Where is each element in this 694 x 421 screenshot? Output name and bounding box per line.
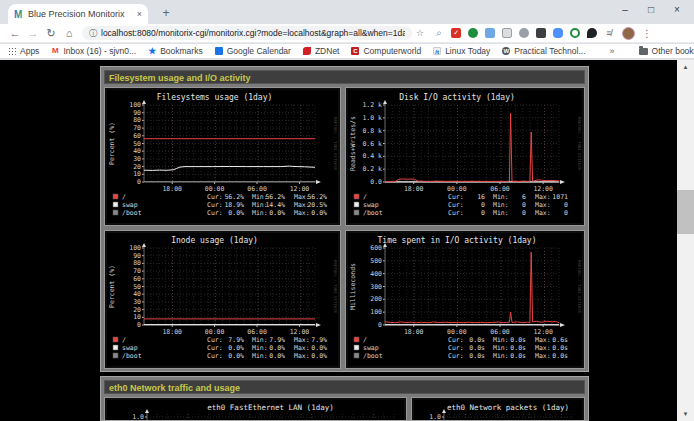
svg-text:60: 60 bbox=[133, 132, 141, 140]
svg-text:Cur:: Cur: bbox=[207, 352, 223, 360]
page-scrollbar[interactable]: ▲ ▼ bbox=[677, 60, 694, 421]
scroll-up-icon[interactable]: ▲ bbox=[677, 60, 694, 74]
svg-text:Cur:: Cur: bbox=[448, 193, 464, 201]
scrollbar-thumb[interactable] bbox=[677, 190, 694, 234]
svg-text:20: 20 bbox=[133, 306, 141, 314]
svg-text:RRDTOOL / TOBI OETIKER: RRDTOOL / TOBI OETIKER bbox=[577, 117, 582, 171]
svg-text:70: 70 bbox=[133, 267, 141, 275]
svg-text:0: 0 bbox=[481, 209, 485, 217]
screenshot-icon[interactable] bbox=[502, 28, 512, 38]
svg-text:0: 0 bbox=[564, 209, 568, 217]
graph-inode-usage[interactable]: Inode usage (1day)Percent (%)01020304050… bbox=[104, 230, 341, 369]
maximize-button[interactable]: □ bbox=[638, 1, 664, 19]
gmail-icon[interactable]: ✓ bbox=[451, 28, 461, 38]
svg-text:Max:: Max: bbox=[535, 201, 551, 209]
svg-text:/: / bbox=[122, 193, 126, 201]
search-icon[interactable]: ⌕ bbox=[434, 28, 444, 38]
svg-text:0.2 k: 0.2 k bbox=[362, 165, 382, 173]
graph-eth0-packets[interactable]: eth0 Network packets (1day)Packets/s1.0 bbox=[411, 397, 585, 421]
graph-eth0-lan[interactable]: eth0 FastEthernet LAN (1day)1.00.9 bbox=[104, 397, 407, 421]
svg-text:0: 0 bbox=[137, 321, 141, 329]
site-info-icon[interactable]: ⓘ bbox=[89, 28, 97, 39]
section-header-filesystem: Filesystem usage and I/O activity bbox=[104, 70, 585, 84]
new-tab-button[interactable]: + bbox=[158, 5, 174, 21]
svg-text:Reads+Writes/s: Reads+Writes/s bbox=[349, 116, 357, 171]
svg-text:0.0%: 0.0% bbox=[269, 344, 285, 352]
svg-text:Cur:: Cur: bbox=[448, 336, 464, 344]
browser-tab[interactable]: M Blue Precision Monitorix × bbox=[8, 4, 148, 24]
bookmark-zdnet[interactable]: ZDNet bbox=[303, 46, 340, 56]
back-icon[interactable]: ← bbox=[6, 27, 24, 39]
home-icon[interactable]: ⌂ bbox=[60, 27, 78, 39]
svg-text:06:00: 06:00 bbox=[490, 185, 510, 193]
forward-icon[interactable]: → bbox=[24, 27, 42, 39]
svg-text:00:00: 00:00 bbox=[205, 185, 225, 193]
bookmark-apps[interactable]: Apps bbox=[8, 46, 39, 56]
bookmark-bookmarks[interactable]: ★ Bookmarks bbox=[148, 46, 203, 56]
messenger-icon[interactable] bbox=[553, 28, 563, 38]
svg-text:1071: 1071 bbox=[552, 193, 568, 201]
scroll-down-icon[interactable]: ▼ bbox=[677, 407, 694, 421]
bookmarks-bar: Apps M Inbox (16) - sjvn0... ★ Bookmarks… bbox=[0, 44, 694, 59]
bookmark-computerworld[interactable]: C Computerworld bbox=[351, 46, 421, 56]
svg-text:80: 80 bbox=[133, 259, 141, 267]
window-icon[interactable] bbox=[536, 28, 546, 38]
svg-text:Max:: Max: bbox=[294, 344, 310, 352]
bookmark-inbox[interactable]: M Inbox (16) - sjvn0... bbox=[51, 46, 136, 56]
svg-text:7.9%: 7.9% bbox=[228, 336, 244, 344]
svg-text:12:00: 12:00 bbox=[533, 328, 553, 336]
pin-icon[interactable] bbox=[587, 28, 597, 38]
graph-filesystems-usage[interactable]: Filesystems usage (1day)Percent (%)01020… bbox=[104, 87, 341, 226]
svg-text:20: 20 bbox=[133, 163, 141, 171]
svg-text:Milliseconds: Milliseconds bbox=[349, 263, 357, 310]
menu-dots-icon[interactable]: ⋮ bbox=[642, 28, 652, 39]
svg-text:Min:: Min: bbox=[493, 201, 509, 209]
svg-text:RRDTOOL / TOBI OETIKER: RRDTOOL / TOBI OETIKER bbox=[333, 117, 338, 171]
graph-disk-io-activity[interactable]: Disk I/O activity (1day)Reads+Writes/s0.… bbox=[345, 87, 585, 226]
svg-text:600: 600 bbox=[370, 244, 382, 252]
svg-text:Cur:: Cur: bbox=[448, 201, 464, 209]
svg-text:Max:: Max: bbox=[535, 352, 551, 360]
svg-text:Min:: Min: bbox=[493, 193, 509, 201]
svg-text:/: / bbox=[122, 336, 126, 344]
svg-text:0: 0 bbox=[137, 178, 141, 186]
svg-text:/boot: /boot bbox=[363, 209, 383, 217]
folder-icon bbox=[639, 48, 648, 55]
bookmark-google-calendar[interactable]: Google Calendar bbox=[215, 46, 291, 56]
copy-icon[interactable] bbox=[485, 28, 495, 38]
svg-text:56.2%: 56.2% bbox=[265, 193, 285, 201]
svg-text:Min:: Min: bbox=[252, 352, 268, 360]
url-text[interactable]: localhost:8080/monitorix-cgi/monitorix.c… bbox=[101, 28, 405, 38]
tab-close-icon[interactable]: × bbox=[137, 9, 142, 19]
eye-icon[interactable] bbox=[519, 28, 529, 38]
svg-text:Min:: Min: bbox=[493, 336, 509, 344]
svg-text:1.0: 1.0 bbox=[132, 413, 144, 421]
graph-time-spent-io[interactable]: Time spent in I/O activity (1day)Millise… bbox=[345, 230, 585, 369]
status-icon[interactable] bbox=[570, 28, 580, 38]
other-bookmarks[interactable]: Other bookmarks bbox=[639, 46, 694, 56]
reload-icon[interactable]: ↻ bbox=[42, 27, 60, 40]
avatar[interactable] bbox=[622, 27, 635, 40]
browser-toolbar: ← → ↻ ⌂ ⓘ localhost:8080/monitorix-cgi/m… bbox=[0, 24, 694, 43]
bookmark-star-icon[interactable]: ☆ bbox=[416, 28, 424, 38]
section-header-network: eth0 Network traffic and usage bbox=[104, 380, 585, 394]
svg-text:0.0%: 0.0% bbox=[269, 352, 285, 360]
svg-text:Min:: Min: bbox=[493, 352, 509, 360]
tab-list-icon[interactable]: ≡/ bbox=[604, 28, 614, 38]
close-button[interactable]: × bbox=[664, 1, 690, 19]
translate-icon[interactable] bbox=[468, 28, 478, 38]
svg-text:1.2 k: 1.2 k bbox=[362, 101, 382, 109]
bookmark-linux-today[interactable]: /t Linux Today bbox=[433, 46, 490, 56]
bookmarks-overflow-icon[interactable]: » bbox=[610, 46, 615, 56]
url-bar[interactable]: ⓘ localhost:8080/monitorix-cgi/monitorix… bbox=[82, 26, 412, 40]
svg-text:0: 0 bbox=[522, 201, 526, 209]
svg-text:90: 90 bbox=[133, 109, 141, 117]
svg-text:300: 300 bbox=[370, 283, 382, 291]
apps-grid-icon bbox=[8, 47, 16, 55]
minimize-button[interactable]: – bbox=[612, 1, 638, 19]
tab-title: Blue Precision Monitorix bbox=[28, 9, 133, 19]
svg-text:90: 90 bbox=[133, 252, 141, 260]
svg-text:70: 70 bbox=[133, 124, 141, 132]
filesystem-section: Filesystem usage and I/O activity Filesy… bbox=[100, 66, 589, 372]
bookmark-practical-technology[interactable]: W Practical Technol... bbox=[502, 46, 585, 56]
